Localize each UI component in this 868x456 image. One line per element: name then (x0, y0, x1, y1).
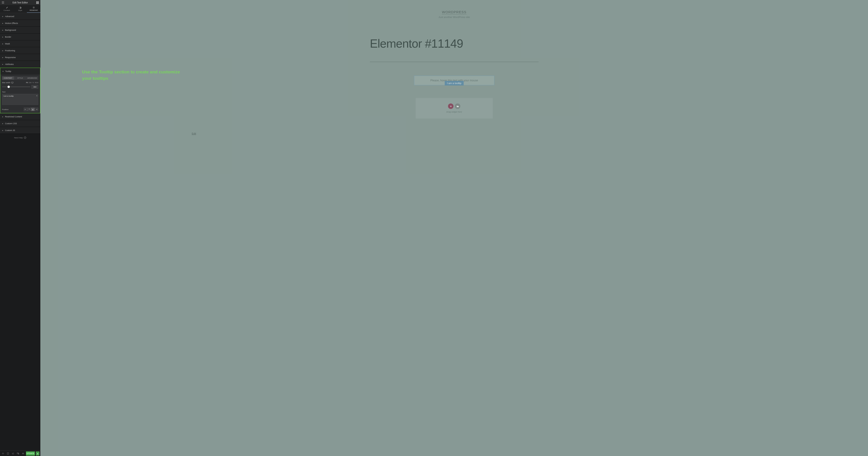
pencil-icon (6, 7, 8, 9)
acc-mask[interactable]: ▸Mask (0, 40, 40, 47)
svg-point-12 (25, 109, 26, 109)
caret-right-icon: ▸ (2, 15, 4, 18)
tab-style[interactable]: Style (13, 5, 27, 13)
site-title[interactable]: WORDPRESS (442, 10, 466, 14)
hamburger-icon[interactable] (1, 1, 5, 4)
acc-advanced[interactable]: ▸Advanced (0, 13, 40, 20)
acc-motion-effects[interactable]: ▸Motion Effects (0, 20, 40, 26)
annotation-text: Use the Tooltip section to create and cu… (82, 69, 189, 82)
widgets-grid-icon[interactable] (36, 1, 39, 4)
responsive-icon[interactable] (16, 451, 20, 456)
panel-title: Edit Text Editor (5, 1, 36, 4)
acc-positioning[interactable]: ▸Positioning (0, 47, 40, 54)
page-header: WORDPRESS Just another WordPress site (40, 0, 868, 19)
subtab-content[interactable]: CONTENT (2, 76, 14, 80)
acc-restricted-content[interactable]: ▸Restricted Content (0, 113, 40, 120)
text-widget[interactable]: Please, hover this text with your mouse … (414, 76, 494, 85)
max-width-slider[interactable] (2, 87, 30, 87)
caret-right-icon: ▸ (2, 63, 4, 65)
plus-icon (450, 105, 452, 107)
settings-icon[interactable] (1, 451, 5, 456)
tooltip-text-input[interactable] (2, 94, 38, 105)
site-tagline: Just another WordPress site (40, 16, 868, 19)
max-width-input[interactable] (31, 85, 38, 89)
acc-custom-css[interactable]: ▸Custom CSS (0, 120, 40, 127)
svg-rect-7 (37, 3, 38, 4)
tooltip-subtabs: CONTENT STYLE ADVANCED (2, 76, 38, 80)
tooltip-body: CONTENT STYLE ADVANCED Max width PX EM %… (0, 74, 40, 113)
caret-down-icon: ▾ (2, 70, 4, 72)
caret-right-icon: ▸ (2, 122, 4, 125)
caret-right-icon: ▸ (2, 50, 4, 52)
sidebar-header: Edit Text Editor (0, 0, 40, 5)
tooltip-bubble: I am a tooltip (445, 81, 464, 86)
editor-tabs: Content Style Advanced (0, 5, 40, 13)
acc-attributes[interactable]: ▸Attributes (0, 61, 40, 67)
acc-tooltip-header[interactable]: ▾ Tooltip (0, 68, 40, 74)
position-label: Position (2, 108, 8, 110)
add-template-button[interactable] (455, 103, 460, 109)
svg-point-16 (2, 453, 3, 454)
svg-point-14 (32, 109, 33, 110)
svg-rect-8 (38, 3, 39, 4)
edit-link[interactable]: Edit (192, 132, 196, 135)
position-top-button[interactable] (27, 107, 31, 111)
page-title: Elementor #11149 (370, 37, 538, 51)
page-body: Elementor #11149 Please, hover this text… (370, 37, 538, 119)
acc-tooltip: ▾ Tooltip CONTENT STYLE ADVANCED Max wid… (0, 68, 40, 113)
svg-rect-2 (38, 1, 39, 2)
navigator-icon[interactable] (6, 451, 10, 456)
svg-rect-4 (37, 2, 38, 3)
help-icon: ? (24, 136, 26, 139)
drop-zone[interactable]: Drag widget here (416, 98, 493, 119)
sidebar-footer: UPDATE ▴ (0, 451, 40, 456)
unit-selector[interactable]: PX EM % REM (26, 82, 38, 84)
svg-rect-6 (36, 3, 37, 4)
subtab-advanced[interactable]: ADVANCED (26, 76, 38, 80)
tab-style-label: Style (18, 9, 22, 11)
acc-border[interactable]: ▸Border (0, 33, 40, 40)
caret-right-icon: ▸ (2, 29, 4, 31)
position-icons (24, 107, 38, 111)
caret-right-icon: ▸ (2, 129, 4, 131)
caret-right-icon: ▸ (2, 36, 4, 38)
caret-right-icon: ▸ (2, 116, 4, 118)
dynamic-tags-icon[interactable]: ≡ (36, 95, 37, 97)
caret-right-icon: ▸ (2, 56, 4, 59)
editor-canvas: WORDPRESS Just another WordPress site El… (40, 0, 868, 456)
acc-responsive[interactable]: ▸Responsive (0, 54, 40, 61)
caret-right-icon: ▸ (2, 22, 4, 24)
tab-advanced[interactable]: Advanced (27, 5, 40, 13)
accordion: ▸Advanced ▸Motion Effects ▸Background ▸B… (0, 13, 40, 451)
slider-thumb[interactable] (7, 86, 10, 88)
history-icon[interactable] (11, 451, 15, 456)
folder-icon (457, 105, 459, 107)
acc-background[interactable]: ▸Background (0, 27, 40, 33)
position-right-button[interactable] (35, 107, 38, 111)
help-row[interactable]: Need Help ? (0, 134, 40, 141)
drop-icons (448, 103, 460, 109)
update-button[interactable]: UPDATE (26, 451, 35, 456)
add-section-button[interactable] (448, 103, 454, 109)
svg-rect-1 (37, 1, 38, 2)
editor-sidebar: Edit Text Editor Content Style Advanced … (0, 0, 40, 456)
update-caret-button[interactable]: ▴ (36, 451, 39, 456)
position-bottom-button[interactable] (31, 107, 35, 111)
tab-content-label: Content (3, 9, 10, 11)
divider (370, 62, 538, 62)
svg-rect-11 (11, 82, 13, 83)
svg-point-15 (36, 109, 37, 109)
svg-rect-0 (36, 1, 37, 2)
text-label: Text (2, 91, 38, 93)
preview-icon[interactable] (21, 451, 25, 456)
max-width-slider-row (2, 85, 38, 89)
contrast-icon (19, 7, 22, 9)
acc-custom-js[interactable]: ▸Custom JS (0, 127, 40, 134)
svg-rect-17 (7, 453, 9, 454)
subtab-style[interactable]: STYLE (14, 76, 26, 80)
desktop-icon[interactable] (11, 82, 13, 84)
tab-content[interactable]: Content (0, 5, 13, 13)
svg-rect-3 (36, 2, 37, 3)
position-left-button[interactable] (24, 107, 27, 111)
caret-right-icon: ▸ (2, 43, 4, 45)
